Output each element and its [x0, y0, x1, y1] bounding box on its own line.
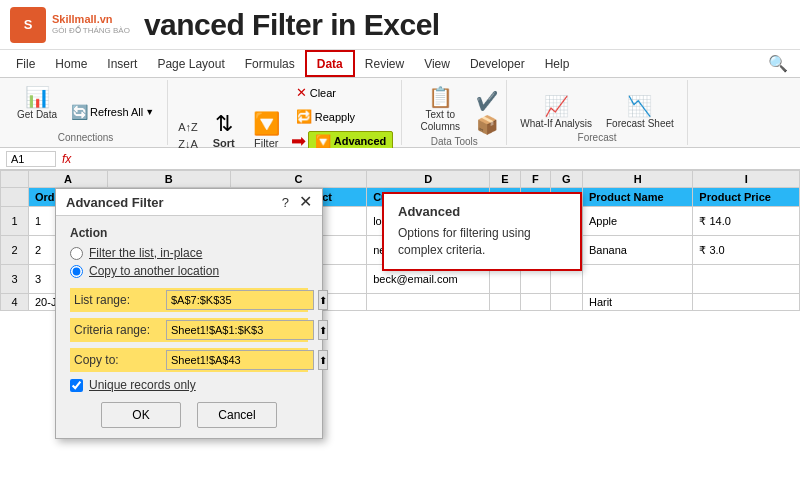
- tab-data[interactable]: Data: [305, 50, 355, 77]
- col-header-d[interactable]: D: [367, 171, 490, 188]
- list-range-row: List range: ⬆: [70, 288, 308, 312]
- col-header-c[interactable]: C: [230, 171, 367, 188]
- clear-button[interactable]: ✕ Clear: [291, 82, 394, 103]
- dialog-title: Advanced Filter: [66, 195, 164, 210]
- tab-developer[interactable]: Developer: [460, 50, 535, 77]
- cancel-button[interactable]: Cancel: [197, 402, 277, 428]
- logo: S Skillmall.vn GÓI ĐỒ THÁNG BÀO: [10, 7, 130, 43]
- refresh-icon: 🔄: [71, 104, 88, 120]
- sort-button[interactable]: ⇅ Sort: [206, 108, 242, 152]
- refresh-dropdown-icon: ▼: [145, 107, 154, 117]
- unique-records-row[interactable]: Unique records only: [70, 378, 308, 392]
- get-data-button[interactable]: 📊 Get Data: [12, 82, 62, 123]
- row-header-2: 2: [1, 236, 29, 265]
- cell-1-h[interactable]: Apple: [582, 207, 692, 236]
- cell-4-g[interactable]: [550, 294, 582, 311]
- text-to-columns-icon: 📋: [428, 85, 453, 109]
- reapply-icon: 🔁: [296, 109, 312, 124]
- row-header-1: 1: [1, 207, 29, 236]
- filter-icon: 🔽: [253, 111, 280, 137]
- cell-2-h[interactable]: Banana: [582, 236, 692, 265]
- tab-review[interactable]: Review: [355, 50, 414, 77]
- fx-icon: fx: [62, 152, 71, 166]
- tab-page-layout[interactable]: Page Layout: [147, 50, 234, 77]
- forecast-sheet-label: Forecast Sheet: [606, 118, 674, 129]
- logo-icon: S: [10, 7, 46, 43]
- copy-to-row: Copy to: ⬆: [70, 348, 308, 372]
- row-header-4: 4: [1, 294, 29, 311]
- sort-icon: ⇅: [215, 111, 233, 137]
- copy-to-picker-button[interactable]: ⬆: [318, 350, 328, 370]
- tab-view[interactable]: View: [414, 50, 460, 77]
- sort-filter-group: A↑Z Z↓A ⇅ Sort 🔽 Filter ✕ Clear 🔁 Reappl…: [168, 80, 402, 145]
- col-header-f[interactable]: F: [520, 171, 550, 188]
- cell-1-i[interactable]: ₹ 14.0: [693, 207, 800, 236]
- tab-file[interactable]: File: [6, 50, 45, 77]
- dialog-titlebar: Advanced Filter ? ✕: [56, 189, 322, 216]
- formula-input[interactable]: [75, 153, 794, 165]
- sort-az-button[interactable]: A↑Z: [176, 119, 200, 135]
- unique-records-checkbox[interactable]: [70, 379, 83, 392]
- action-label: Action: [70, 226, 308, 240]
- cell-4-i[interactable]: [693, 294, 800, 311]
- tab-formulas[interactable]: Formulas: [235, 50, 305, 77]
- col-header-e[interactable]: E: [490, 171, 521, 188]
- cell-2-i[interactable]: ₹ 3.0: [693, 236, 800, 265]
- connections-group: 📊 Get Data 🔄 Refresh All ▼ Connections: [4, 80, 168, 145]
- advanced-label: Advanced: [334, 135, 387, 147]
- unique-records-label: Unique records only: [89, 378, 196, 392]
- reapply-button[interactable]: 🔁 Reapply: [291, 106, 394, 127]
- what-if-button[interactable]: 📈 What-If Analysis: [515, 91, 597, 132]
- advanced-tooltip: Advanced Options for filtering using com…: [382, 192, 582, 271]
- list-range-input[interactable]: [166, 290, 314, 310]
- filter-in-place-label: Filter the list, in-place: [89, 246, 202, 260]
- copy-to-label: Copy to:: [74, 353, 162, 367]
- col-header-b[interactable]: B: [107, 171, 230, 188]
- data-tools-group: 📋 Text to Columns ✔️ 📦 Data Tools: [402, 80, 507, 145]
- data-tools-label: Data Tools: [431, 136, 478, 147]
- cell-4-h[interactable]: Harit: [582, 294, 692, 311]
- col-header-i[interactable]: I: [693, 171, 800, 188]
- cell-4-e[interactable]: [490, 294, 521, 311]
- ribbon-tabs: File Home Insert Page Layout Formulas Da…: [0, 50, 800, 78]
- criteria-range-row: Criteria range: ⬆: [70, 318, 308, 342]
- data-validation-button[interactable]: ✔️: [476, 90, 498, 112]
- col-header-h[interactable]: H: [582, 171, 692, 188]
- cell-3-i[interactable]: [693, 265, 800, 294]
- col-header-g[interactable]: G: [550, 171, 582, 188]
- logo-sub: GÓI ĐỒ THÁNG BÀO: [52, 26, 130, 36]
- consolidate-button[interactable]: 📦: [476, 114, 498, 136]
- list-range-picker-button[interactable]: ⬆: [318, 290, 328, 310]
- cell-3-h[interactable]: [582, 265, 692, 294]
- cell-4-d[interactable]: [367, 294, 490, 311]
- filter-button[interactable]: 🔽 Filter: [246, 108, 287, 152]
- criteria-range-label: Criteria range:: [74, 323, 162, 337]
- refresh-all-button[interactable]: 🔄 Refresh All ▼: [66, 101, 159, 123]
- cell-ref-input[interactable]: [6, 151, 56, 167]
- advanced-icon: 🔽: [315, 134, 331, 149]
- row-header-3: 3: [1, 265, 29, 294]
- criteria-range-input[interactable]: [166, 320, 314, 340]
- radio-filter-in-place[interactable]: Filter the list, in-place: [70, 246, 308, 260]
- criteria-range-picker-button[interactable]: ⬆: [318, 320, 328, 340]
- radio-copy-to-location[interactable]: Copy to another location: [70, 264, 308, 278]
- copy-to-input[interactable]: [166, 350, 314, 370]
- tab-insert[interactable]: Insert: [97, 50, 147, 77]
- get-data-icon: 📊: [25, 85, 50, 109]
- text-to-columns-button[interactable]: 📋 Text to Columns: [410, 82, 470, 136]
- logo-name: Skillmall.vn: [52, 13, 130, 26]
- tab-home[interactable]: Home: [45, 50, 97, 77]
- reapply-label: Reapply: [315, 111, 355, 123]
- col-header-a[interactable]: A: [29, 171, 108, 188]
- ok-button[interactable]: OK: [101, 402, 181, 428]
- copy-to-location-label: Copy to another location: [89, 264, 219, 278]
- forecast-sheet-icon: 📉: [627, 94, 652, 118]
- forecast-sheet-button[interactable]: 📉 Forecast Sheet: [601, 91, 679, 132]
- list-range-label: List range:: [74, 293, 162, 307]
- dialog-help-button[interactable]: ?: [282, 195, 289, 210]
- dialog-close-button[interactable]: ✕: [299, 194, 312, 210]
- forecast-group: 📈 What-If Analysis 📉 Forecast Sheet Fore…: [507, 80, 688, 145]
- cell-4-f[interactable]: [520, 294, 550, 311]
- cell-product-price-header: Product Price: [693, 188, 800, 207]
- tab-help[interactable]: Help: [535, 50, 580, 77]
